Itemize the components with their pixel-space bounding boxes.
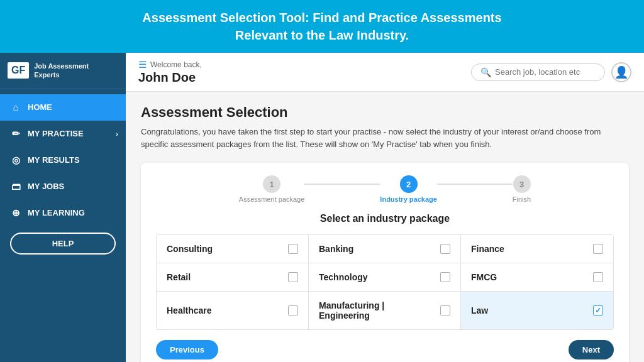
industry-checkbox-law[interactable]	[593, 305, 603, 315]
industry-name-consulting: Consulting	[167, 244, 213, 254]
user-profile-icon[interactable]: 👤	[611, 62, 631, 82]
sidebar-item-my-practise[interactable]: ✏ MY PRACTISE ›	[0, 121, 126, 147]
sidebar-item-home[interactable]: ⌂ HOME	[0, 94, 126, 121]
industry-name-retail: Retail	[167, 272, 191, 282]
step-1: 1 Assessment package	[239, 175, 305, 203]
industry-checkbox-healthcare[interactable]	[288, 305, 298, 315]
assessment-content: Assessment Selection Congratulations, yo…	[126, 92, 644, 362]
welcome-back-text: ☰ Welcome back,	[138, 59, 202, 70]
step-3-circle: 3	[513, 175, 531, 193]
section-title: Assessment Selection	[141, 104, 629, 121]
sidebar: GF Job Assessment Experts ⌂ HOME ✏ MY PR…	[0, 53, 126, 362]
main-layout: GF Job Assessment Experts ⌂ HOME ✏ MY PR…	[0, 53, 644, 362]
search-input-wrap: 🔍	[471, 63, 605, 81]
industry-cell-law[interactable]: Law	[461, 292, 613, 329]
step-line-1	[304, 184, 380, 185]
industry-cell-banking[interactable]: Banking	[309, 235, 461, 263]
previous-button[interactable]: Previous	[156, 340, 218, 359]
industry-grid: Consulting Banking Finance Retail	[156, 234, 614, 330]
steps-card: 1 Assessment package 2 Industry package …	[141, 163, 629, 362]
industry-name-finance: Finance	[471, 244, 504, 254]
industry-checkbox-manufacturing[interactable]	[440, 305, 450, 315]
step-2-label: Industry package	[380, 195, 436, 203]
banner-line1: Assessment Selection Tool: Find and Prac…	[13, 9, 631, 26]
user-name: John Doe	[138, 70, 202, 85]
industry-cell-healthcare[interactable]: Healthcare	[157, 292, 309, 329]
industry-checkbox-consulting[interactable]	[288, 244, 298, 254]
buttons-row: Previous Next	[156, 340, 614, 359]
sidebar-item-my-results[interactable]: ◎ MY RESULTS	[0, 147, 126, 173]
results-icon: ◎	[10, 155, 21, 166]
chevron-right-icon: ›	[116, 130, 118, 138]
sidebar-item-practise-label: MY PRACTISE	[28, 129, 84, 138]
industry-cell-manufacturing[interactable]: Manufacturing |Engineering	[309, 292, 461, 329]
step-3: 3 Finish	[513, 175, 531, 203]
help-button[interactable]: HELP	[10, 233, 116, 255]
next-button[interactable]: Next	[569, 340, 614, 359]
step-3-label: Finish	[513, 195, 531, 203]
step-1-circle: 1	[263, 175, 280, 193]
banner-line2: Relevant to the Law Industry.	[13, 26, 631, 44]
industry-checkbox-banking[interactable]	[440, 244, 450, 254]
section-description: Congratulations, you have taken the firs…	[141, 126, 629, 150]
industry-name-banking: Banking	[319, 244, 353, 254]
sidebar-item-results-label: MY RESULTS	[28, 155, 80, 165]
search-bar: 🔍 👤	[471, 62, 631, 82]
industry-cell-finance[interactable]: Finance	[461, 235, 613, 263]
select-package-title: Select an industry package	[156, 213, 614, 224]
top-banner: Assessment Selection Tool: Find and Prac…	[0, 0, 644, 53]
industry-name-manufacturing: Manufacturing |Engineering	[319, 300, 384, 321]
practise-icon: ✏	[10, 128, 21, 140]
search-input[interactable]	[495, 67, 596, 77]
welcome-section: ☰ Welcome back, John Doe	[138, 59, 202, 85]
sidebar-item-learning-label: MY LEARNING	[28, 208, 85, 217]
sidebar-item-my-learning[interactable]: ⊕ MY LEARNING	[0, 200, 126, 226]
logo-icon: GF	[8, 62, 29, 79]
sidebar-item-home-label: HOME	[28, 102, 52, 112]
industry-name-technology: Technology	[319, 272, 368, 282]
step-line-2	[437, 184, 513, 185]
jobs-icon: 🗃	[10, 181, 21, 192]
content-area: ☰ Welcome back, John Doe 🔍 👤 Assessment …	[126, 53, 644, 362]
logo-text: Job Assessment Experts	[34, 62, 89, 80]
sidebar-item-jobs-label: MY JOBS	[28, 182, 64, 191]
learning-icon: ⊕	[10, 207, 21, 219]
industry-cell-retail[interactable]: Retail	[157, 263, 309, 292]
search-icon: 🔍	[480, 67, 491, 77]
industry-name-healthcare: Healthcare	[167, 305, 212, 315]
industry-checkbox-fmcg[interactable]	[593, 272, 603, 282]
industry-name-law: Law	[471, 305, 488, 315]
industry-name-fmcg: FMCG	[471, 272, 497, 282]
step-1-label: Assessment package	[239, 195, 305, 203]
industry-cell-fmcg[interactable]: FMCG	[461, 263, 613, 292]
home-icon: ⌂	[10, 102, 21, 113]
industry-cell-technology[interactable]: Technology	[309, 263, 461, 292]
sidebar-logo: GF Job Assessment Experts	[0, 53, 126, 89]
sidebar-item-my-jobs[interactable]: 🗃 MY JOBS	[0, 173, 126, 200]
industry-checkbox-finance[interactable]	[593, 244, 603, 254]
industry-checkbox-technology[interactable]	[440, 272, 450, 282]
industry-checkbox-retail[interactable]	[288, 272, 298, 282]
hamburger-icon[interactable]: ☰	[138, 59, 147, 70]
steps-bar: 1 Assessment package 2 Industry package …	[156, 175, 614, 203]
sidebar-nav: ⌂ HOME ✏ MY PRACTISE › ◎ MY RESULTS 🗃 MY…	[0, 89, 126, 362]
top-bar: ☰ Welcome back, John Doe 🔍 👤	[126, 53, 644, 92]
step-2: 2 Industry package	[380, 175, 436, 203]
industry-cell-consulting[interactable]: Consulting	[157, 235, 309, 263]
step-2-circle: 2	[400, 175, 418, 193]
